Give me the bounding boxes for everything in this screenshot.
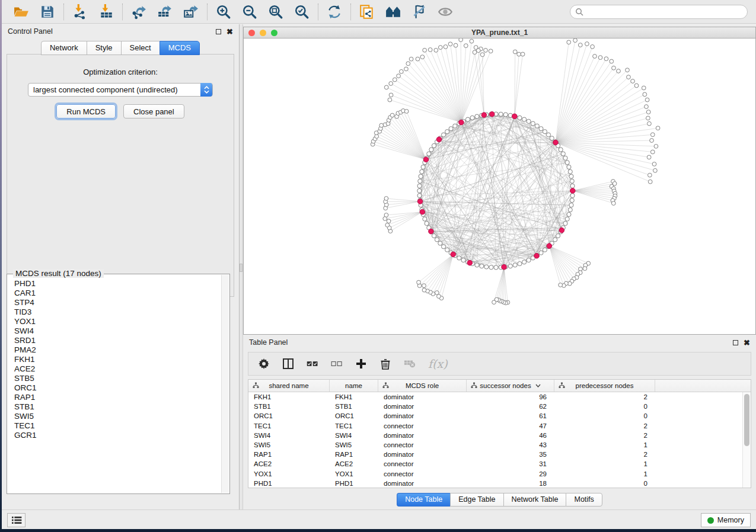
network-node[interactable] — [570, 184, 575, 188]
table-row[interactable]: TEC1TEC1connector472 — [248, 421, 742, 431]
mcds-hub-node[interactable] — [559, 227, 564, 233]
network-node[interactable] — [475, 263, 479, 267]
network-node[interactable] — [434, 48, 438, 52]
network-node[interactable] — [399, 69, 403, 73]
network-node[interactable] — [513, 263, 517, 267]
network-node[interactable] — [429, 148, 433, 152]
network-node[interactable] — [573, 39, 578, 43]
network-node[interactable] — [568, 169, 572, 174]
table-row[interactable]: SWI4SWI4dominator462 — [248, 431, 742, 440]
network-node[interactable] — [421, 165, 425, 169]
network-node[interactable] — [517, 52, 521, 56]
network-node[interactable] — [642, 86, 646, 90]
import-table-button[interactable] — [98, 4, 114, 20]
mcds-result-item[interactable]: STB5 — [8, 374, 221, 383]
mcds-result-item[interactable]: PMA2 — [8, 345, 221, 355]
network-node[interactable] — [438, 241, 442, 245]
network-node[interactable] — [518, 262, 522, 266]
network-node[interactable] — [379, 123, 384, 127]
network-node[interactable] — [604, 57, 608, 61]
mcds-result-item[interactable]: STB1 — [8, 402, 221, 412]
network-node[interactable] — [567, 212, 571, 216]
network-node[interactable] — [432, 233, 436, 238]
tab-mcds[interactable]: MCDS — [160, 41, 200, 55]
mcds-result-item[interactable]: SRD1 — [8, 336, 221, 345]
network-node[interactable] — [634, 84, 639, 88]
tab-network-table[interactable]: Network Table — [503, 493, 566, 507]
new-network-from-selection-button[interactable] — [359, 4, 375, 20]
open-session-button[interactable] — [13, 4, 30, 20]
network-node[interactable] — [406, 62, 410, 66]
column-header-name[interactable]: name — [330, 380, 378, 392]
mcds-result-item[interactable]: PHD1 — [8, 279, 221, 289]
mcds-result-item[interactable]: YOX1 — [8, 317, 221, 326]
mcds-hub-node[interactable] — [534, 253, 540, 258]
network-node[interactable] — [470, 39, 474, 43]
network-node[interactable] — [550, 136, 554, 140]
network-node[interactable] — [418, 179, 422, 183]
network-node[interactable] — [397, 74, 401, 78]
show-graphics-details-button[interactable] — [437, 4, 454, 20]
network-node[interactable] — [645, 105, 649, 109]
mcds-hub-node[interactable] — [467, 260, 473, 265]
network-node[interactable] — [617, 69, 621, 73]
close-panel-icon[interactable]: ✖ — [227, 28, 233, 36]
network-node[interactable] — [470, 116, 474, 120]
select-all-rows-button[interactable] — [307, 358, 318, 370]
mcds-hub-node[interactable] — [436, 137, 442, 142]
network-node[interactable] — [389, 82, 393, 86]
network-node[interactable] — [556, 233, 560, 238]
network-node[interactable] — [553, 238, 557, 242]
table-row[interactable]: STB1STB1dominator620 — [248, 402, 742, 411]
create-column-button[interactable] — [355, 358, 367, 370]
network-node[interactable] — [492, 300, 496, 305]
network-node[interactable] — [626, 68, 630, 72]
network-node[interactable] — [457, 256, 461, 260]
network-node[interactable] — [546, 133, 550, 137]
network-node[interactable] — [535, 124, 539, 128]
network-node[interactable] — [480, 264, 484, 268]
network-node[interactable] — [390, 113, 394, 117]
memory-button[interactable]: Memory — [701, 513, 751, 527]
table-row[interactable]: ORC1ORC1dominator610 — [248, 411, 742, 421]
network-node[interactable] — [647, 173, 652, 177]
mcds-hub-node[interactable] — [429, 229, 434, 234]
network-node[interactable] — [527, 258, 531, 262]
network-node[interactable] — [593, 55, 597, 59]
network-node[interactable] — [417, 194, 422, 198]
tab-select[interactable]: Select — [121, 41, 160, 55]
network-node[interactable] — [527, 119, 531, 123]
task-history-button[interactable] — [7, 513, 25, 527]
network-node[interactable] — [653, 168, 658, 172]
mcds-result-item[interactable]: SWI5 — [8, 412, 221, 421]
network-node[interactable] — [409, 57, 413, 61]
export-network-button[interactable] — [130, 4, 147, 20]
network-node[interactable] — [454, 43, 458, 47]
table-row[interactable]: YOX1YOX1connector291 — [248, 469, 742, 479]
network-node[interactable] — [650, 133, 655, 137]
float-table-panel-icon[interactable] — [733, 340, 738, 345]
network-node[interactable] — [427, 152, 431, 156]
network-node[interactable] — [423, 217, 427, 221]
network-node[interactable] — [656, 126, 660, 130]
network-node[interactable] — [444, 45, 448, 49]
mcds-result-item[interactable]: FKH1 — [8, 355, 221, 364]
network-node[interactable] — [583, 267, 587, 271]
network-node[interactable] — [591, 44, 595, 49]
network-node[interactable] — [650, 150, 655, 154]
network-node[interactable] — [420, 169, 424, 174]
table-scrollbar[interactable] — [742, 392, 751, 488]
network-node[interactable] — [494, 265, 498, 270]
column-header-mcds-role[interactable]: MCDS role — [378, 380, 467, 392]
network-node[interactable] — [567, 165, 571, 169]
network-node[interactable] — [570, 198, 574, 203]
mcds-hub-node[interactable] — [423, 157, 429, 162]
delete-table-button[interactable] — [404, 358, 416, 370]
network-node[interactable] — [522, 260, 527, 264]
first-neighbors-button[interactable] — [385, 4, 401, 20]
network-node[interactable] — [539, 251, 543, 255]
network-node[interactable] — [419, 174, 423, 178]
network-node[interactable] — [453, 124, 457, 128]
tab-style[interactable]: Style — [87, 41, 121, 55]
network-node[interactable] — [645, 98, 649, 102]
